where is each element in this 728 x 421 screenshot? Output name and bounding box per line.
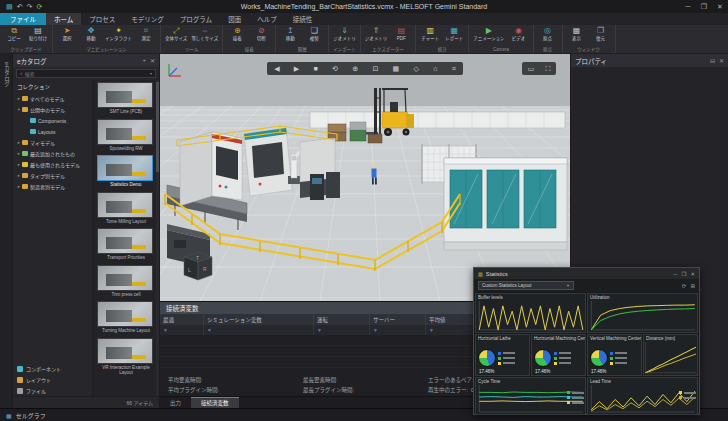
window-controls[interactable]: ─❐✕	[680, 3, 728, 11]
viewport-3d-scene[interactable]: T L R	[160, 54, 570, 301]
tree-item[interactable]: ▸製造者別モデル	[13, 181, 92, 192]
statistics-titlebar[interactable]: ▥ Statistics ─❐✕	[474, 268, 699, 279]
column-header[interactable]: 最適	[160, 314, 204, 325]
column-filter[interactable]: ▼	[370, 325, 426, 335]
quick-access-toolbar[interactable]: ▤↶↷⟳	[0, 3, 48, 11]
machine-right-cabinets[interactable]	[300, 138, 340, 200]
ribbon-button[interactable]: ▥チャート	[418, 26, 442, 46]
catalog-item[interactable]: Transport Priorities	[97, 228, 155, 263]
pie-vertical-machining-center[interactable]: Vertical Machining Center17.46%	[587, 334, 642, 376]
filter-funnel-icon[interactable]: ▼	[207, 327, 212, 333]
viewport-3d[interactable]: T L R ◀▶■⟲⊕⊡▦◇⌂≡ ▭⛶	[160, 54, 570, 301]
save-icon[interactable]: ▤	[6, 3, 13, 11]
undo-icon[interactable]: ↶	[17, 3, 23, 11]
viewport-tool-icon[interactable]: ▭	[528, 65, 535, 73]
filter-funnel-icon[interactable]: ▼	[373, 327, 378, 333]
chart-distance[interactable]: Distance (mm)	[643, 334, 698, 376]
teal-wall-building[interactable]	[444, 158, 567, 250]
catalog-item[interactable]: Trim press cell	[97, 265, 155, 300]
tree-item[interactable]: ▸すべてのモデル	[13, 93, 92, 104]
statistics-tool-icon[interactable]: ⊞	[690, 283, 695, 289]
panel-tab-出力[interactable]: 出力	[160, 397, 191, 408]
tree-item[interactable]: ▸最も使用されるモデル	[13, 159, 92, 170]
viewport-tool-icon[interactable]: ◀	[274, 65, 279, 73]
cnc-machine-left[interactable]	[180, 132, 242, 206]
ribbon-button[interactable]: ⤢全体サイズ	[163, 26, 189, 46]
ribbon-button[interactable]: ◎原点	[536, 26, 560, 46]
redo-icon[interactable]: ↷	[27, 3, 33, 11]
cnc-machine-center[interactable]	[244, 128, 292, 196]
statistics-tool-icon[interactable]: ⟳	[682, 283, 687, 289]
minimize-icon[interactable]: ─	[674, 271, 678, 277]
pie-horizontal-machining-center[interactable]: Horizontal Machining Center17.46%	[531, 334, 586, 376]
ribbon-button[interactable]: ➤選択	[55, 26, 79, 46]
catalog-scrollbar[interactable]	[156, 80, 159, 396]
chart-cycle-time[interactable]: Cycle Time	[475, 377, 586, 415]
filter-funnel-icon[interactable]: ▼	[317, 327, 322, 333]
close-icon[interactable]: ✕	[690, 271, 695, 277]
ribbon-tab-プロセス[interactable]: プロセス	[81, 13, 123, 25]
pie-horizontal-lathe[interactable]: Horizontal Lathe17.46%	[475, 334, 530, 376]
column-header[interactable]: サーバー	[370, 314, 426, 325]
ribbon-tab-接続性[interactable]: 接続性	[285, 13, 321, 25]
navigation-cube[interactable]: T L R	[184, 252, 212, 280]
column-header[interactable]: 運転	[314, 314, 370, 325]
viewport-tool-icon[interactable]: ≡	[452, 65, 456, 72]
ribbon-tab-図面[interactable]: 図面	[220, 13, 249, 25]
statistics-tool-icons[interactable]: ⟳⊞	[682, 283, 695, 289]
column-filter[interactable]: ▼	[160, 325, 204, 335]
file-tab[interactable]: ファイル	[0, 13, 46, 25]
search-input[interactable]	[25, 71, 148, 77]
catalog-filter-ファイル[interactable]: ファイル	[13, 385, 92, 396]
catalog-item[interactable]: Tome Milling Layout	[97, 192, 155, 227]
viewport-toolbar-secondary[interactable]: ▭⛶	[522, 62, 556, 75]
ecatalog-header-icons[interactable]: +✕	[142, 57, 155, 64]
ribbon-button[interactable]: ▤PDF	[389, 26, 413, 46]
viewport-tool-icon[interactable]: ⛶	[545, 65, 550, 73]
catalog-item[interactable]: SMT Line (PCB)	[97, 82, 155, 117]
column-filter[interactable]: ▼	[426, 325, 476, 335]
catalog-filter-コンポーネント[interactable]: コンポーネント	[13, 363, 92, 374]
ribbon-button[interactable]: ▦レポート	[442, 26, 466, 46]
refresh-icon[interactable]: ⟳	[36, 3, 42, 11]
ribbon-tab-プログラム[interactable]: プログラム	[172, 13, 220, 25]
catalog-item[interactable]: Turning Machine Layout	[97, 301, 155, 336]
left-panel-strip[interactable]: eカタログ	[0, 54, 13, 408]
close-icon[interactable]: ✕	[719, 57, 724, 64]
chart-buffer-levels[interactable]: Buffer levels	[475, 293, 586, 333]
tree-item[interactable]: ▸マイモデル	[13, 137, 92, 148]
tree-item[interactable]: ▸最近追加されたもの	[13, 148, 92, 159]
viewport-tool-icon[interactable]: ⊡	[372, 65, 378, 73]
column-header[interactable]: シミュレーション変数	[204, 314, 314, 325]
tree-item[interactable]: ▸タイプ別モデル	[13, 170, 92, 181]
ribbon-button[interactable]: ✥移動	[79, 26, 103, 46]
catalog-item[interactable]: VR Interaction Example Layout	[97, 338, 155, 378]
ribbon-button[interactable]: ⧉コピー	[2, 26, 26, 46]
filter-funnel-icon[interactable]: ▼	[163, 327, 168, 333]
tree-item[interactable]: Components	[13, 115, 92, 126]
ribbon-button[interactable]: ⇑ジオメトリ	[363, 26, 390, 46]
catalog-item[interactable]: Statistics Demo	[97, 155, 155, 190]
close-button[interactable]: ✕	[712, 3, 728, 11]
ribbon-button[interactable]: ⌗測定	[134, 26, 158, 46]
maximize-button[interactable]: ❐	[696, 3, 712, 11]
viewport-toolbar[interactable]: ◀▶■⟲⊕⊡▦◇⌂≡	[267, 62, 463, 75]
column-filter[interactable]: ▼	[314, 325, 370, 335]
layout-selector-dropdown[interactable]: Custom Statistics Layout ▼	[478, 281, 574, 290]
column-filter[interactable]: ▼	[204, 325, 314, 335]
viewport-tool-icon[interactable]: ▦	[393, 65, 400, 73]
viewport-tool-icon[interactable]: ⌂	[433, 65, 437, 72]
viewport-tool-icon[interactable]: ⟲	[332, 65, 338, 73]
close-icon[interactable]: ✕	[150, 57, 155, 64]
ribbon-button[interactable]: ❐復元	[589, 26, 613, 46]
tree-item[interactable]: ▾公開中のモデル	[13, 104, 92, 115]
statistics-window-controls[interactable]: ─❐✕	[674, 271, 695, 277]
ribbon-tab-モデリング[interactable]: モデリング	[123, 13, 172, 25]
collections-header[interactable]: コレクション	[13, 80, 92, 93]
ribbon-button[interactable]: ⇔等しくサイズ	[189, 26, 220, 46]
ribbon-button[interactable]: ↥移動	[278, 26, 302, 46]
search-box[interactable]: ⌕ ▾	[16, 69, 156, 78]
tree-item[interactable]: Layouts	[13, 126, 92, 137]
ribbon-button[interactable]: ▦表示	[565, 26, 589, 46]
ribbon-button[interactable]: ❏複製	[302, 26, 326, 46]
